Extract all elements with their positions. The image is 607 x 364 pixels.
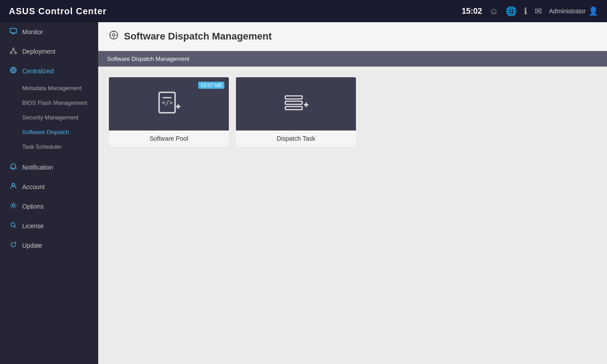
- refresh-icon: [9, 241, 18, 250]
- sidebar-label-notification: Notification: [22, 164, 53, 171]
- svg-point-23: [112, 34, 115, 36]
- info-icon[interactable]: ℹ: [524, 6, 527, 16]
- subitem-label: Security Management: [22, 114, 78, 121]
- subitem-label: BIOS Flash Management: [22, 99, 87, 106]
- header: ASUS Control Center 15:02 ☺ 🌐 ℹ ✉ Admini…: [0, 0, 607, 22]
- svg-rect-31: [285, 107, 302, 110]
- content-area: 53.07 MB </> Software: [98, 67, 607, 364]
- svg-rect-0: [10, 28, 16, 33]
- cards-row: 53.07 MB </> Software: [109, 77, 596, 146]
- svg-rect-29: [285, 96, 302, 99]
- sidebar-subitem-security-management[interactable]: Security Management: [0, 110, 98, 125]
- card-label-dispatch-task: Dispatch Task: [236, 131, 356, 146]
- card-dispatch-task[interactable]: Dispatch Task: [236, 77, 356, 146]
- sidebar-subitem-task-scheduler[interactable]: Task Scheduler: [0, 139, 98, 154]
- svg-point-15: [12, 205, 15, 207]
- software-pool-badge: 53.07 MB: [198, 82, 224, 89]
- sidebar-item-options[interactable]: Options: [0, 197, 98, 216]
- svg-point-14: [12, 183, 15, 186]
- license-icon: [9, 222, 18, 230]
- sidebar-label-update: Update: [22, 242, 42, 249]
- header-right: 15:02 ☺ 🌐 ℹ ✉ Administrator 👤: [462, 6, 598, 16]
- main-content: Software Dispatch Management Software Di…: [98, 22, 607, 364]
- sidebar-label-license: License: [22, 222, 44, 229]
- sidebar: Monitor Deployment Centralized Metadata …: [0, 22, 98, 364]
- page-title: Software Dispatch Management: [124, 31, 272, 42]
- centralized-icon: [9, 67, 18, 75]
- sidebar-label-options: Options: [22, 203, 44, 210]
- card-label-software-pool: Software Pool: [109, 131, 229, 146]
- card-software-pool[interactable]: 53.07 MB </> Software: [109, 77, 229, 146]
- svg-point-4: [10, 52, 12, 54]
- card-icon-area-dispatch-task: [236, 77, 356, 131]
- user-info[interactable]: Administrator 👤: [549, 6, 598, 16]
- page-header: Software Dispatch Management: [98, 22, 607, 51]
- svg-point-3: [12, 48, 14, 50]
- sidebar-item-notification[interactable]: Notification: [0, 158, 98, 177]
- bell-icon: [9, 163, 18, 172]
- page-header-icon: [109, 30, 119, 43]
- subitem-label: Software Dispatch: [22, 129, 69, 135]
- subitem-label: Metadata Management: [22, 85, 82, 91]
- card-label-text: Software Pool: [149, 135, 188, 142]
- sidebar-item-centralized[interactable]: Centralized: [0, 61, 98, 81]
- svg-line-17: [15, 226, 16, 228]
- deployment-icon: [9, 47, 18, 56]
- header-time: 15:02: [462, 7, 482, 16]
- subitem-label: Task Scheduler: [22, 143, 62, 150]
- sidebar-subitem-metadata-management[interactable]: Metadata Management: [0, 81, 98, 95]
- sidebar-item-monitor[interactable]: Monitor: [0, 22, 98, 42]
- software-pool-icon: </>: [155, 90, 183, 118]
- card-icon-area-software-pool: 53.07 MB </>: [109, 77, 229, 131]
- svg-text:</>: </>: [162, 99, 173, 106]
- username: Administrator: [549, 8, 586, 15]
- sidebar-item-account[interactable]: Account: [0, 177, 98, 197]
- monitor-icon: [9, 28, 18, 36]
- app-logo: ASUS Control Center: [9, 6, 107, 16]
- svg-line-6: [11, 50, 13, 52]
- dispatch-task-icon: [282, 90, 310, 118]
- sidebar-label-centralized: Centralized: [22, 67, 54, 75]
- sidebar-subitem-software-dispatch[interactable]: Software Dispatch: [0, 125, 98, 139]
- sidebar-subitem-bios-flash-management[interactable]: BIOS Flash Management: [0, 95, 98, 110]
- layout: Monitor Deployment Centralized Metadata …: [0, 22, 607, 364]
- svg-point-8: [12, 69, 15, 71]
- section-bar-label: Software Dispatch Management: [107, 55, 189, 62]
- globe-icon[interactable]: 🌐: [506, 6, 517, 16]
- sidebar-item-update[interactable]: Update: [0, 236, 98, 255]
- svg-line-7: [13, 50, 16, 52]
- mail-icon[interactable]: ✉: [535, 6, 542, 16]
- sidebar-label-account: Account: [22, 183, 45, 190]
- sidebar-item-deployment[interactable]: Deployment: [0, 42, 98, 61]
- user-avatar-icon: 👤: [588, 6, 598, 16]
- section-bar: Software Dispatch Management: [98, 51, 607, 67]
- sidebar-label-deployment: Deployment: [22, 48, 56, 55]
- sidebar-item-license[interactable]: License: [0, 216, 98, 236]
- gear-icon: [9, 202, 18, 211]
- smile-icon[interactable]: ☺: [489, 6, 498, 16]
- sidebar-label-monitor: Monitor: [22, 28, 43, 36]
- svg-rect-30: [285, 101, 302, 104]
- card-label-text: Dispatch Task: [277, 135, 315, 142]
- svg-point-5: [15, 52, 16, 54]
- account-icon: [9, 182, 18, 191]
- svg-point-16: [11, 223, 15, 227]
